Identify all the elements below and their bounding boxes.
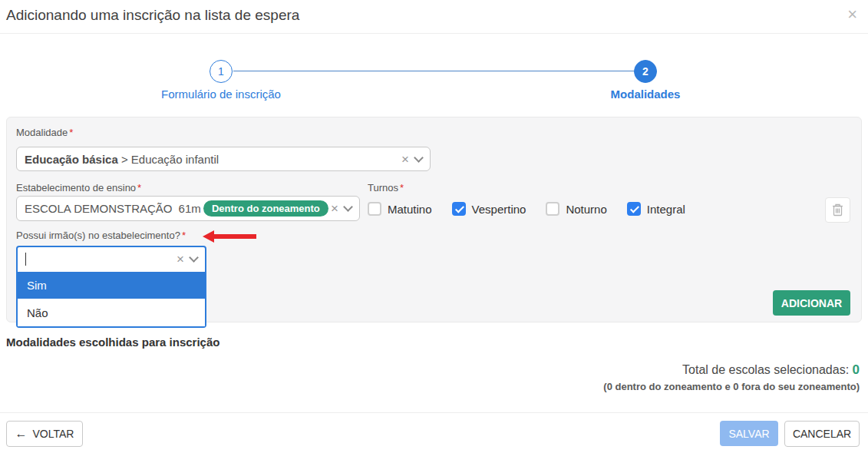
back-arrow-icon: ←	[15, 428, 28, 440]
option-sim[interactable]: Sim	[18, 271, 205, 299]
voltar-label: VOLTAR	[33, 428, 74, 440]
clear-icon[interactable]: ×	[331, 202, 338, 215]
escola-name: ESCOLA DEMONSTRAÇÃO	[25, 202, 173, 215]
checkbox-noturno[interactable]: Noturno	[546, 202, 606, 216]
close-icon[interactable]: ×	[847, 6, 857, 23]
voltar-button[interactable]: ← VOLTAR	[6, 421, 83, 447]
total-selected-line: Total de escolas selecionadas: 0	[682, 362, 860, 378]
required-asterisk: *	[69, 127, 73, 138]
modalidade-value-category: Educação básica	[25, 153, 118, 166]
header-divider	[0, 33, 868, 34]
estabelecimento-select[interactable]: ESCOLA DEMONSTRAÇÃO 61m Dentro do zoneam…	[16, 196, 360, 221]
checkbox-unchecked-icon[interactable]	[546, 202, 559, 216]
checkbox-unchecked-icon[interactable]	[368, 202, 381, 216]
modal-add-waitlist-enrollment: Adicionando uma inscrição na lista de es…	[0, 0, 868, 453]
checkbox-label: Matutino	[388, 203, 432, 216]
estabelecimento-label: Estabelecimento de ensino*	[16, 182, 141, 193]
checkbox-label: Integral	[647, 203, 685, 216]
salvar-button[interactable]: SALVAR	[720, 421, 778, 446]
annotation-arrow-icon	[201, 230, 256, 243]
clear-icon[interactable]: ×	[401, 153, 409, 166]
step-2-circle[interactable]: 2	[634, 60, 657, 83]
checkbox-label: Vespertino	[472, 203, 526, 216]
irmaos-combobox-open: × Sim Não	[16, 246, 206, 328]
escola-distance: 61m	[179, 202, 201, 215]
modalidade-value-sub: > Educação infantil	[118, 153, 219, 166]
trash-icon	[832, 203, 843, 217]
zoneamento-badge: Dentro do zoneamento	[203, 200, 328, 217]
checkbox-integral[interactable]: Integral	[627, 202, 685, 216]
stepper-connector	[233, 71, 634, 71]
required-asterisk: *	[137, 182, 141, 193]
text-cursor	[25, 253, 26, 266]
chosen-modalities-heading: Modalidades escolhidas para inscrição	[6, 336, 219, 349]
clear-icon[interactable]: ×	[177, 253, 184, 266]
required-asterisk: *	[400, 182, 404, 193]
turnos-checkbox-group: Matutino Vespertino Noturno Integral	[368, 202, 685, 216]
irmaos-label: Possui irmão(s) no estabelecimento?*	[16, 230, 186, 241]
delete-row-button[interactable]	[825, 197, 850, 223]
step-2-number: 2	[642, 65, 649, 78]
irmaos-search-input[interactable]: ×	[18, 247, 205, 271]
modalidade-select[interactable]: Educação básica > Educação infantil ×	[16, 147, 431, 171]
checkbox-matutino[interactable]: Matutino	[368, 202, 432, 216]
turnos-label: Turnos*	[368, 182, 404, 193]
checkbox-checked-icon[interactable]	[627, 202, 641, 216]
total-selected-value: 0	[853, 362, 860, 377]
checkbox-checked-icon[interactable]	[452, 202, 466, 216]
checkbox-label: Noturno	[566, 203, 606, 216]
footer-divider	[0, 412, 868, 413]
required-asterisk: *	[182, 230, 186, 241]
option-nao[interactable]: Não	[18, 299, 205, 326]
step-1-label[interactable]: Formulário de inscrição	[121, 88, 321, 101]
cancelar-button[interactable]: CANCELAR	[784, 421, 860, 447]
checkbox-vespertino[interactable]: Vespertino	[452, 202, 526, 216]
adicionar-button[interactable]: ADICIONAR	[773, 290, 850, 316]
chevron-down-icon[interactable]	[343, 202, 353, 212]
step-1-circle[interactable]: 1	[210, 60, 233, 83]
chevron-down-icon[interactable]	[414, 153, 424, 163]
step-1-number: 1	[218, 65, 224, 78]
modalidade-label: Modalidade*	[16, 127, 73, 138]
chevron-down-icon[interactable]	[189, 253, 199, 263]
step-2-label[interactable]: Modalidades	[546, 88, 745, 101]
zoneamento-detail-line: (0 dentro do zoneamento e 0 fora do seu …	[603, 381, 860, 392]
modalidade-form-panel: Modalidade* Educação básica > Educação i…	[6, 117, 862, 322]
modal-title: Adicionando uma inscrição na lista de es…	[6, 7, 299, 24]
